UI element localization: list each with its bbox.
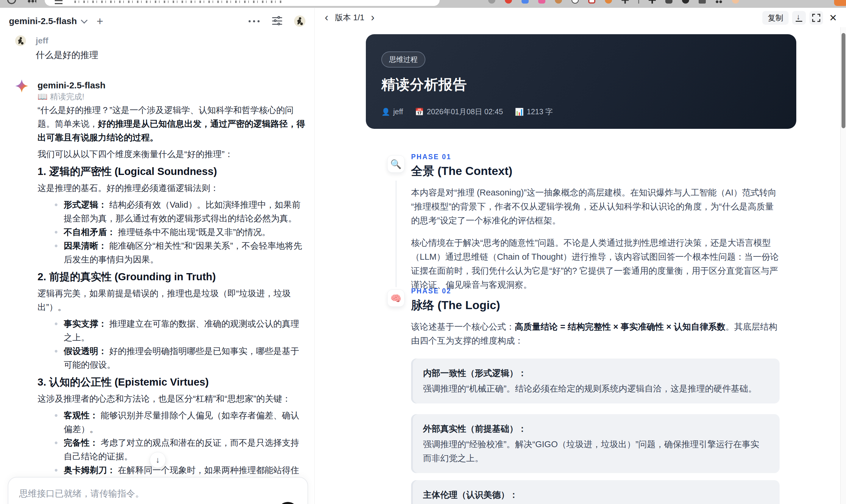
phase-label: PHASE 02	[411, 287, 780, 295]
extension-icon[interactable]	[588, 0, 595, 4]
section-para: 这是推理的基石。好的推理必须遵循逻辑法则：	[37, 181, 305, 195]
artifact-header: ‹ 版本 1/1 › 复制 ✕	[315, 8, 846, 27]
panel-scrollbar[interactable]	[840, 27, 846, 504]
extension-icon[interactable]	[571, 0, 579, 4]
assistant-name: gemini-2.5-flash	[37, 79, 305, 91]
extension-icon[interactable]	[505, 0, 512, 4]
gemini-star-icon	[15, 79, 28, 92]
profile-avatar-icon[interactable]	[732, 0, 739, 4]
extension-icon[interactable]	[538, 0, 545, 4]
phase-label: PHASE 01	[411, 152, 780, 161]
extension-icon[interactable]	[605, 0, 612, 4]
report-author: jeff	[393, 107, 403, 116]
assistant-status: 📖精读完成!	[37, 91, 305, 102]
list-item: 事实支撑： 推理建立在可靠的数据、准确的观测或公认的真理之上。	[53, 317, 305, 344]
scroll-to-bottom-button[interactable]: ↓	[150, 452, 166, 468]
extension-icon[interactable]	[834, 0, 846, 6]
section-heading: 1. 逻辑的严密性 (Logical Soundness)	[37, 165, 305, 178]
app-window: gemini-2.5-flash +	[0, 0, 846, 504]
card-title: 外部真实性（前提基础）：	[423, 423, 768, 434]
calendar-icon: 📅	[415, 108, 424, 116]
phase-section-2: 🧠 PHASE 02 脉络 (The Logic) 该论述基于一个核心公式：高质…	[379, 287, 787, 504]
close-button[interactable]: ✕	[829, 12, 837, 23]
report-hero-card: 思维过程 精读分析报告 👤jeff 📅2026年01月08日 02:45 📊12…	[366, 34, 796, 129]
thinking-process-badge: 思维过程	[381, 52, 425, 68]
avatar-figure	[294, 16, 305, 27]
url-text-clipped	[74, 1, 283, 3]
settings-sliders-icon[interactable]	[272, 17, 282, 25]
brain-icon: 🧠	[387, 289, 405, 307]
report-meta: 👤jeff 📅2026年01月08日 02:45 📊1213 字	[381, 107, 553, 116]
list-item: 客观性： 能够识别并尽量排除个人偏见（如幸存者偏差、确认偏差）。	[53, 409, 305, 436]
chevron-right-icon[interactable]: ›	[371, 12, 374, 23]
version-navigator: ‹ 版本 1/1 ›	[325, 12, 374, 23]
assistant-lead: 我们可以从以下四个维度来衡量什么是“好的推理”：	[37, 147, 305, 161]
model-selector[interactable]: gemini-2.5-flash	[9, 16, 77, 26]
card-title: 内部一致性（形式逻辑）：	[423, 367, 768, 379]
extension-icon[interactable]	[555, 0, 562, 4]
assistant-message: gemini-2.5-flash 📖精读完成! “什么是好的推理？”这是一个涉及…	[15, 79, 305, 504]
extension-icon[interactable]	[621, 0, 629, 4]
dimension-card: 主体伦理（认识美德）： 转向推理者的心理特征。引入奥卡姆剃刀和反向论证，旨在克服…	[411, 480, 780, 504]
input-placeholder: 思维接口已就绪，请传输指令。	[19, 488, 297, 500]
phase-paragraph: 本内容是对“推理 (Reasoning)”这一抽象概念的高层建模。在知识爆炸与人…	[411, 186, 780, 228]
more-menu-icon[interactable]	[249, 20, 260, 22]
extension-icons	[488, 0, 739, 4]
message-input[interactable]: 思维接口已就绪，请传输指令。 +	[8, 477, 308, 504]
phase-section-1: 🔍 PHASE 01 全景 (The Context) 本内容是对“推理 (Re…	[379, 152, 787, 292]
card-body: 强调推理的“机械正确”。结论必须在给定的规则系统内逻辑自洽，这是推理的硬件基础。	[423, 382, 768, 396]
voice-input-button[interactable]	[278, 502, 298, 504]
card-body: 强调推理的“经验校准”。解决“GIGO（垃圾进，垃圾出）”问题，确保推理引擎运行…	[423, 437, 768, 465]
list-icon	[55, 0, 63, 4]
section-para: 逻辑再完美，如果前提是错误的，推理也是垃圾（即“垃圾进，垃圾出”）。	[37, 287, 305, 314]
extension-icon[interactable]	[665, 0, 672, 4]
dimension-card: 内部一致性（形式逻辑）： 强调推理的“机械正确”。结论必须在给定的规则系统内逻辑…	[411, 359, 780, 403]
avatar-figure	[15, 35, 26, 46]
report-title: 精读分析报告	[381, 75, 467, 94]
expand-button[interactable]	[809, 11, 823, 25]
person-icon: 👤	[381, 108, 390, 116]
list-item: 不自相矛盾： 推理链条中不能出现“既是又非”的情况。	[53, 225, 305, 239]
phase-formula: 该论述基于一个核心公式：高质量结论 = 结构完整性 × 事实准确性 × 认知自律…	[411, 320, 780, 348]
phase-paragraph: 核心情境在于解决“思考的随意性”问题。不论是人类通过批判性思维进行决策，还是大语…	[411, 236, 780, 292]
assistant-intro: “什么是好的推理？”这是一个涉及逻辑学、认知科学和哲学核心的问题。简单来说，好的…	[37, 103, 305, 144]
list-item: 形式逻辑： 结构必须有效（Valid）。比如演绎推理中，如果前提全部为真，那么通…	[53, 198, 305, 225]
user-message: jeff 什么是好的推理	[15, 35, 305, 61]
artifact-actions: 复制 ✕	[762, 11, 837, 25]
list-item: 因果清晰： 能准确区分“相关性”和“因果关系”，不会轻率地将先后发生的事情归为因…	[53, 239, 305, 266]
download-button[interactable]	[792, 11, 806, 25]
list-item: 假设透明： 好的推理会明确指明哪些是已知事实，哪些是基于可能的假设。	[53, 344, 305, 372]
address-bar[interactable]	[45, 0, 440, 6]
download-icon	[796, 14, 802, 22]
new-chat-button[interactable]: +	[96, 16, 103, 27]
extension-icon[interactable]	[649, 0, 656, 4]
extension-icon[interactable]	[682, 0, 689, 4]
section-heading: 2. 前提的真实性 (Grounding in Truth)	[37, 270, 305, 283]
chat-panel: gemini-2.5-flash +	[0, 8, 314, 504]
chevron-left-icon[interactable]: ‹	[325, 12, 328, 23]
extension-icon[interactable]	[522, 0, 529, 4]
extension-icon[interactable]	[488, 0, 495, 4]
browser-toolbar	[0, 0, 846, 8]
section-para: 这涉及推理者的心态和方法论，也是区分“杠精”和“思想家”的关键：	[37, 392, 305, 406]
report-date: 2026年01月08日 02:45	[427, 107, 503, 116]
extension-icon[interactable]	[715, 0, 722, 4]
card-title: 主体伦理（认识美德）：	[423, 489, 768, 500]
user-avatar	[15, 35, 26, 46]
toolbar-divider	[638, 0, 639, 4]
book-icon: 📖	[37, 92, 48, 101]
chevron-down-icon[interactable]	[81, 17, 88, 24]
reload-icon[interactable]	[7, 0, 16, 4]
dimension-card: 外部真实性（前提基础）： 强调推理的“经验校准”。解决“GIGO（垃圾进，垃圾出…	[411, 414, 780, 473]
apps-grid-icon[interactable]	[28, 0, 36, 4]
bullet-list: 事实支撑： 推理建立在可靠的数据、准确的观测或公认的真理之上。 假设透明： 好的…	[53, 317, 305, 372]
extension-icon[interactable]	[699, 0, 706, 4]
user-message-text: 什么是好的推理	[36, 49, 305, 61]
chat-header: gemini-2.5-flash +	[0, 12, 314, 30]
copy-button[interactable]: 复制	[762, 11, 789, 25]
version-label: 版本 1/1	[335, 12, 364, 23]
bar-chart-icon: 📊	[515, 108, 524, 116]
user-avatar[interactable]	[294, 16, 305, 27]
scrollbar-thumb[interactable]	[842, 33, 845, 128]
report-word-count: 1213 字	[527, 107, 553, 116]
